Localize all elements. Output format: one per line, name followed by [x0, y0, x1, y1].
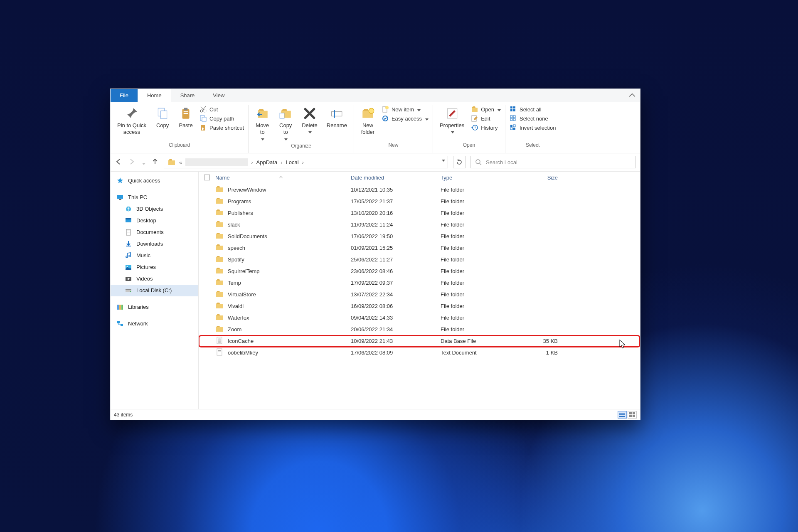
file-name: PreviewWindow [228, 187, 266, 193]
paste-button[interactable]: Paste [176, 105, 195, 131]
file-row[interactable]: speech01/09/2021 15:25File folder [199, 242, 640, 254]
svg-rect-84 [629, 415, 632, 417]
sort-ascending-icon [279, 175, 283, 180]
open-button[interactable]: Open [471, 106, 501, 113]
select-none-button[interactable]: Select none [510, 115, 556, 122]
file-row[interactable]: SolidDocuments17/06/2022 19:50File folde… [199, 231, 640, 242]
crumb-appdata[interactable]: AppData [256, 159, 278, 165]
chevron-right-icon[interactable]: › [251, 159, 253, 165]
refresh-button[interactable] [453, 156, 466, 168]
sidebar-quick-access[interactable]: Quick access [111, 175, 198, 187]
forward-button[interactable] [128, 158, 135, 167]
sidebar-pictures[interactable]: Pictures [111, 261, 198, 273]
svg-rect-63 [216, 246, 223, 250]
sidebar-videos[interactable]: Videos [111, 273, 198, 285]
tab-share[interactable]: Share [171, 89, 204, 102]
paste-shortcut-button[interactable]: Paste shortcut [200, 124, 244, 131]
move-to-button[interactable]: Move to [253, 105, 272, 141]
file-row[interactable]: Vivaldi16/09/2022 08:06File folder [199, 300, 640, 312]
svg-rect-69 [216, 315, 223, 320]
svg-rect-58 [216, 187, 223, 192]
edit-button[interactable]: Edit [471, 115, 501, 122]
file-row[interactable]: oobelibMkey17/06/2022 08:09Text Document… [199, 347, 640, 359]
recent-locations-button[interactable] [141, 159, 145, 165]
copy-path-button[interactable]: Copy path [200, 115, 244, 122]
file-row[interactable]: Waterfox09/04/2022 14:33File folder [199, 312, 640, 324]
rename-button[interactable]: Rename [324, 105, 350, 131]
chevron-right-icon[interactable]: › [281, 159, 282, 165]
column-name[interactable]: Name [215, 175, 351, 181]
invert-selection-button[interactable]: Invert selection [510, 124, 556, 131]
copy-to-button[interactable]: Copy to [276, 105, 295, 141]
up-button[interactable] [151, 158, 159, 167]
properties-button[interactable]: Properties [437, 105, 467, 134]
delete-button[interactable]: Delete [299, 105, 320, 134]
sidebar-downloads[interactable]: Downloads [111, 238, 198, 250]
breadcrumb-path[interactable]: « › AppData › Local › [164, 156, 448, 168]
sidebar-libraries[interactable]: Libraries [111, 301, 198, 313]
sidebar-network[interactable]: Network [111, 318, 198, 330]
pin-icon [125, 106, 139, 121]
sidebar-this-pc[interactable]: This PC [111, 192, 198, 203]
svg-rect-59 [216, 199, 223, 204]
file-row[interactable]: Publishers13/10/2020 20:16File folder [199, 207, 640, 219]
file-type: Data Base File [441, 338, 515, 344]
file-row[interactable]: PreviewWindow10/12/2021 10:35File folder [199, 184, 640, 196]
sidebar-3d-objects[interactable]: 3D Objects [111, 203, 198, 215]
address-dropdown-button[interactable] [442, 160, 445, 162]
libraries-icon [116, 303, 124, 311]
db-icon [215, 336, 224, 346]
svg-point-17 [369, 108, 374, 113]
copy-button[interactable]: Copy [153, 105, 172, 131]
svg-rect-39 [117, 195, 123, 199]
file-date: 23/06/2022 08:46 [351, 268, 441, 274]
explorer-body: Quick access This PC 3D Objects Desktop … [111, 172, 640, 409]
file-date: 17/05/2022 21:37 [351, 198, 441, 204]
crumb-local[interactable]: Local [286, 159, 299, 165]
easy-access-button[interactable]: Easy access [382, 115, 429, 122]
sidebar-local-disk[interactable]: Local Disk (C:) [111, 285, 198, 296]
file-row[interactable]: Zoom20/06/2022 21:34File folder [199, 324, 640, 335]
new-item-button[interactable]: New item [382, 106, 429, 113]
file-date: 17/06/2022 19:50 [351, 233, 441, 239]
file-row[interactable]: Programs17/05/2022 21:37File folder [199, 196, 640, 207]
details-view-button[interactable] [618, 411, 627, 419]
file-row[interactable]: VirtualStore13/07/2022 22:34File folder [199, 289, 640, 300]
mouse-cursor-icon [619, 339, 627, 350]
pin-quick-access-button[interactable]: Pin to Quick access [115, 105, 149, 138]
svg-rect-68 [216, 304, 223, 308]
sidebar-documents[interactable]: Documents [111, 227, 198, 238]
tab-file[interactable]: File [111, 89, 138, 102]
file-list-pane: Name Date modified Type Size PreviewWind… [199, 172, 640, 409]
navigation-pane: Quick access This PC 3D Objects Desktop … [111, 172, 199, 409]
back-button[interactable] [115, 158, 122, 167]
tab-view[interactable]: View [204, 89, 234, 102]
collapse-ribbon-button[interactable] [628, 91, 636, 99]
folder-icon [215, 185, 224, 195]
history-button[interactable]: History [471, 124, 501, 131]
select-all-checkbox[interactable] [199, 175, 215, 180]
column-type[interactable]: Type [441, 175, 515, 181]
file-row[interactable]: Temp17/09/2022 09:37File folder [199, 277, 640, 289]
file-row[interactable]: slack11/09/2022 11:24File folder [199, 219, 640, 231]
chevron-right-icon[interactable]: › [302, 159, 304, 165]
new-folder-button[interactable]: New folder [358, 105, 377, 138]
file-date: 11/09/2022 11:24 [351, 222, 441, 228]
sidebar-music[interactable]: Music [111, 250, 198, 261]
tab-home[interactable]: Home [138, 89, 171, 102]
file-name: slack [228, 222, 240, 228]
file-date: 16/09/2022 08:06 [351, 303, 441, 309]
select-all-button[interactable]: Select all [510, 106, 556, 113]
file-row[interactable]: SquirrelTemp23/06/2022 08:46File folder [199, 266, 640, 277]
file-row[interactable]: IconCache10/09/2022 21:43Data Base File3… [199, 335, 640, 347]
copy-icon [155, 106, 170, 121]
sidebar-desktop[interactable]: Desktop [111, 215, 198, 227]
file-row[interactable]: Spotify25/06/2022 11:27File folder [199, 254, 640, 266]
thumbnails-view-button[interactable] [628, 411, 637, 419]
file-type: File folder [441, 233, 515, 239]
column-date[interactable]: Date modified [351, 175, 441, 181]
search-input[interactable]: Search Local [470, 156, 636, 168]
svg-rect-81 [619, 416, 625, 417]
cut-button[interactable]: Cut [200, 106, 244, 113]
column-size[interactable]: Size [515, 175, 565, 181]
